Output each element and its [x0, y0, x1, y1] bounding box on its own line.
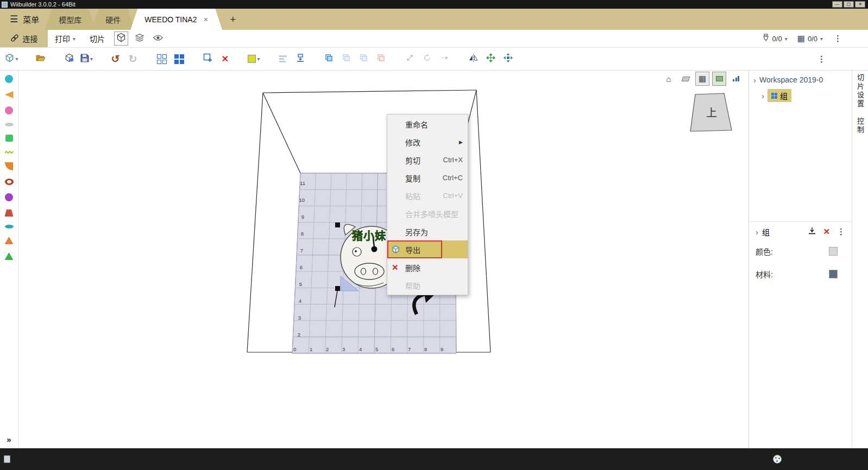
svg-text:3: 3 — [342, 346, 345, 352]
cone-orange-icon[interactable] — [5, 91, 14, 98]
menu-item-modify[interactable]: 修改 ▶ — [387, 133, 468, 151]
disc-gray-icon[interactable] — [5, 123, 14, 126]
fit-to-plate-button[interactable] — [483, 52, 498, 67]
tab-label: 模型库 — [59, 14, 81, 25]
rotate-tool-button[interactable] — [420, 52, 435, 67]
drop-to-plate-button[interactable] — [293, 52, 307, 67]
align-button[interactable] — [275, 52, 290, 67]
sphere-purple-icon[interactable] — [5, 193, 13, 201]
pyramid-orange-icon[interactable] — [5, 237, 14, 244]
sphere-teal-icon[interactable] — [5, 75, 13, 83]
delete-group-icon[interactable]: ✕ — [823, 227, 830, 237]
menu-item-save-as[interactable]: 另存为 — [387, 223, 468, 240]
chevron-right-icon[interactable]: › — [762, 92, 764, 100]
copy-mirror-button[interactable] — [374, 52, 388, 67]
copy-grid-icon — [360, 54, 368, 64]
svg-text:2: 2 — [326, 346, 329, 352]
torus-red-icon[interactable] — [5, 179, 14, 185]
import-library-button[interactable] — [62, 52, 77, 67]
group-node[interactable]: › 组 — [762, 89, 847, 102]
layers-view-button[interactable] — [133, 31, 147, 46]
delete-model-button[interactable]: ✕ — [218, 52, 232, 67]
svg-text:7: 7 — [408, 346, 411, 352]
group-options-button[interactable]: ⋮ — [837, 227, 845, 237]
tab-close-icon[interactable]: × — [203, 15, 208, 23]
chevron-right-icon[interactable]: › — [753, 76, 756, 84]
tab-model-library[interactable]: 模型库 — [45, 9, 96, 30]
close-button[interactable]: ✕ — [855, 1, 865, 8]
hamburger-icon: ☰ — [10, 14, 18, 25]
group-node-selected[interactable]: 组 — [768, 89, 791, 102]
save-button[interactable]: ▾ — [79, 52, 94, 67]
workspace-node[interactable]: › Workspace 2019-0 — [753, 75, 847, 84]
print-button[interactable]: 打印 ▾ — [48, 33, 83, 44]
cylinder-green-icon[interactable] — [5, 135, 13, 142]
open-file-button[interactable] — [33, 52, 48, 67]
sidebar-expand-button[interactable]: » — [0, 435, 18, 444]
menu-item-copy[interactable]: 复制 Ctrl+C — [387, 169, 468, 187]
copy-button[interactable] — [322, 52, 336, 67]
plate-counter[interactable]: ▦ 0/0 ▾ — [797, 34, 823, 43]
arrange-all-button[interactable] — [154, 52, 169, 67]
add-model-button[interactable] — [200, 52, 215, 67]
mirror-button[interactable] — [466, 52, 481, 67]
frustum-red-icon[interactable] — [5, 209, 14, 217]
caret-down-icon: ▾ — [820, 36, 823, 42]
arrange-selected-button[interactable] — [172, 52, 186, 67]
titlebar: Wiibuilder 3.0.0.2 - 64Bit — ▢ ✕ — [0, 0, 868, 9]
maximize-button[interactable]: ▢ — [844, 1, 854, 8]
view-cube[interactable]: 上 — [689, 92, 734, 135]
new-project-button[interactable]: ▾ — [4, 52, 19, 67]
material-swatch[interactable] — [829, 270, 838, 278]
menu-item-delete[interactable]: ✕ 删除 — [387, 258, 468, 276]
arrange-filled-icon — [174, 54, 184, 64]
svg-text:6: 6 — [300, 264, 303, 270]
icon-toolbar-overflow-button[interactable]: ⋮ — [813, 54, 830, 64]
tab-label: WEEDO TINA2 — [144, 15, 197, 24]
disc-teal-icon[interactable] — [5, 225, 14, 228]
wedge-orange-icon[interactable] — [5, 162, 13, 170]
tab-weedo-tina2[interactable]: WEEDO TINA2 × — [130, 9, 222, 30]
undo-button[interactable]: ↺ — [108, 52, 123, 67]
copy-grid-button[interactable] — [356, 52, 371, 67]
menu-label: 菜单 — [23, 14, 39, 25]
mirror-icon — [469, 54, 478, 64]
visibility-button[interactable] — [151, 31, 165, 46]
center-model-button[interactable] — [501, 52, 515, 67]
tab-hardware[interactable]: 硬件 — [91, 9, 135, 30]
menu-item-label: 另存为 — [405, 226, 428, 237]
redo-button[interactable]: ↻ — [125, 52, 140, 67]
move-tool-button[interactable] — [437, 52, 452, 67]
scene-canvas[interactable]: 0 1 2 3 4 5 6 7 8 9 11 10 9 8 7 6 5 — [18, 71, 749, 448]
copy-row-button[interactable] — [339, 52, 354, 67]
tab-slice-settings[interactable]: 切片设置 — [855, 74, 865, 109]
sphere-pink-icon[interactable] — [5, 106, 13, 115]
viewport-3d[interactable]: 0 1 2 3 4 5 6 7 8 9 11 10 9 8 7 6 5 — [18, 71, 749, 448]
chevron-right-icon[interactable]: › — [756, 228, 758, 236]
plate-toggle-button[interactable] — [712, 72, 726, 86]
slice-button[interactable]: 切片 — [83, 33, 112, 44]
solid-view-button[interactable] — [114, 31, 128, 46]
add-tab-button[interactable]: + — [222, 9, 243, 30]
grid-toggle-button[interactable]: ▦ — [695, 72, 709, 86]
minimize-button[interactable]: — — [832, 1, 842, 8]
toolbar-counters: 0/0 ▾ ▦ 0/0 ▾ — [762, 34, 823, 43]
cone-green-icon[interactable] — [5, 252, 14, 260]
scale-tool-button[interactable] — [402, 52, 417, 67]
model-color-button[interactable]: ▾ — [247, 52, 261, 67]
perspective-view-button[interactable] — [678, 72, 693, 86]
extruder-counter[interactable]: 0/0 ▾ — [762, 34, 788, 43]
main-menu-button[interactable]: ☰ 菜单 — [0, 9, 49, 30]
color-swatch[interactable] — [829, 247, 838, 256]
drop-to-bed-icon[interactable] — [808, 227, 816, 237]
menu-item-cut[interactable]: 剪切 Ctrl+X — [387, 151, 468, 169]
connect-button[interactable]: 连接 — [0, 30, 48, 47]
menu-item-rename[interactable]: 重命名 — [387, 115, 468, 133]
toolbar-overflow-button[interactable]: ⋮ — [829, 34, 846, 43]
palette-icon[interactable] — [773, 455, 782, 463]
home-view-button[interactable]: ⌂ — [662, 72, 676, 86]
tab-control[interactable]: 控制 — [855, 117, 865, 135]
wave-olive-icon[interactable] — [5, 150, 14, 154]
menu-item-export[interactable]: 导出 — [387, 240, 468, 258]
statistics-button[interactable] — [729, 72, 743, 86]
